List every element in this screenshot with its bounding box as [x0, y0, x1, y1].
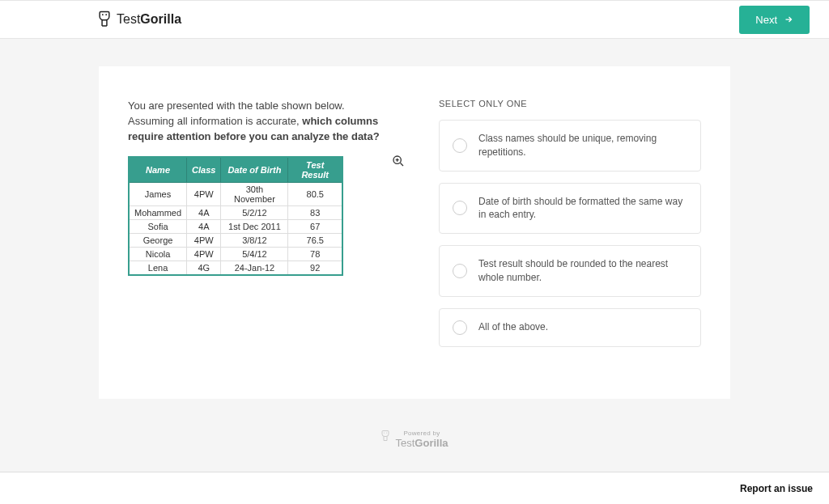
svg-point-4	[386, 432, 387, 433]
gorilla-logo-icon	[97, 11, 112, 28]
option-1[interactable]: Class names should be unique, removing r…	[439, 120, 701, 172]
logo: TestGorilla	[97, 11, 181, 28]
bottom-bar: Report an issue	[0, 472, 829, 504]
table-header-row: Name Class Date of Birth Test Result	[129, 157, 342, 183]
table-row: Sofia4A1st Dec 201167	[129, 219, 342, 233]
radio-icon	[453, 264, 467, 278]
logo-text: TestGorilla	[117, 12, 181, 27]
svg-point-1	[105, 14, 107, 15]
option-3[interactable]: Test result should be rounded to the nea…	[439, 245, 701, 297]
question-column: You are presented with the table shown b…	[128, 99, 390, 358]
table-wrap: Name Class Date of Birth Test Result Jam…	[128, 156, 390, 276]
gorilla-footer-icon	[380, 430, 390, 443]
answers-column: SELECT ONLY ONE Class names should be un…	[439, 99, 701, 358]
col-name: Name	[129, 157, 187, 183]
data-table: Name Class Date of Birth Test Result Jam…	[128, 156, 343, 276]
table-row: James4PW30th November80.5	[129, 182, 342, 205]
option-2[interactable]: Date of birth should be formatted the sa…	[439, 183, 701, 235]
table-row: Nicola4PW5/4/1278	[129, 247, 342, 260]
option-2-text: Date of birth should be formatted the sa…	[478, 195, 687, 222]
option-3-text: Test result should be rounded to the nea…	[478, 257, 687, 285]
radio-icon	[453, 201, 467, 215]
question-text: You are presented with the table shown b…	[128, 99, 390, 145]
svg-point-3	[384, 432, 385, 433]
option-4-text: All of the above.	[478, 320, 548, 334]
top-bar: TestGorilla Next	[0, 0, 829, 39]
table-row: Mohammed4A5/2/1283	[129, 205, 342, 219]
table-row: George4PW3/8/1276.5	[129, 233, 342, 247]
table-row: Lena4G24-Jan-1292	[129, 260, 342, 275]
col-dob: Date of Birth	[221, 157, 288, 183]
svg-point-0	[102, 14, 104, 15]
next-button-label: Next	[755, 14, 777, 26]
arrow-right-icon	[784, 15, 793, 24]
select-only-one-label: SELECT ONLY ONE	[439, 99, 701, 108]
report-issue-link[interactable]: Report an issue	[740, 483, 813, 494]
zoom-in-icon[interactable]	[392, 155, 405, 167]
question-card: You are presented with the table shown b…	[99, 66, 730, 399]
footer-brand: Powered by TestGorilla	[0, 430, 829, 449]
footer-brand-text: TestGorilla	[395, 437, 448, 449]
radio-icon	[453, 138, 467, 153]
col-class: Class	[187, 157, 221, 183]
radio-icon	[453, 320, 467, 335]
option-1-text: Class names should be unique, removing r…	[478, 132, 687, 159]
next-button[interactable]: Next	[739, 6, 810, 34]
option-4[interactable]: All of the above.	[439, 308, 701, 347]
col-result: Test Result	[288, 157, 342, 183]
powered-by-label: Powered by	[395, 430, 448, 437]
